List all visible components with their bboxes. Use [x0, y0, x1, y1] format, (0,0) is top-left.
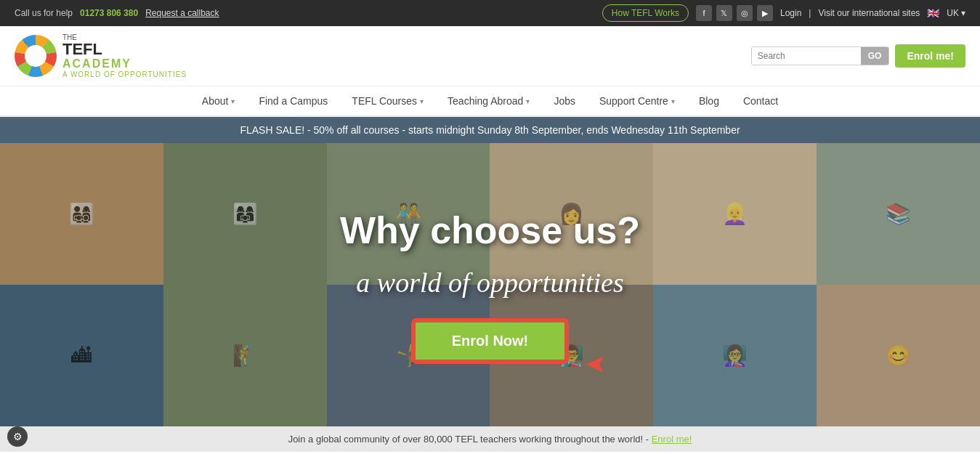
logo-tefl: TEFL — [62, 41, 187, 57]
flash-sale-text: FLASH SALE! - 50% off all courses - star… — [240, 124, 740, 136]
top-bar: Call us for help 01273 806 380 Request a… — [0, 0, 980, 26]
logo-circle-inner — [25, 45, 46, 67]
logo-circle-icon — [15, 35, 57, 77]
nav-item-teaching-abroad[interactable]: Teaching Abroad ▾ — [437, 86, 540, 115]
social-icons: f 𝕏 ◎ ▶ — [696, 5, 773, 21]
how-tefl-button[interactable]: How TEFL Works — [602, 4, 689, 22]
login-link[interactable]: Login — [780, 8, 801, 18]
bottom-bar-text: Join a global community of over 80,000 T… — [288, 434, 649, 445]
nav-item-jobs[interactable]: Jobs — [543, 86, 586, 115]
country-selector[interactable]: UK ▾ — [947, 8, 965, 18]
search-go-button[interactable]: GO — [861, 47, 889, 65]
header: THE TEFL ACADEMY A WORLD OF OPPORTUNITIE… — [0, 26, 980, 86]
chevron-down-icon: ▾ — [526, 97, 530, 105]
chevron-down-icon: ▾ — [231, 97, 235, 105]
top-bar-left: Call us for help 01273 806 380 Request a… — [15, 8, 219, 18]
logo-text: THE TEFL ACADEMY A WORLD OF OPPORTUNITIE… — [62, 33, 187, 78]
bottom-bar: Join a global community of over 80,000 T… — [0, 426, 980, 452]
hero-title: Why choose us? — [340, 208, 640, 252]
help-text: Call us for help — [15, 8, 73, 18]
enrol-now-button[interactable]: Enrol Now! — [413, 320, 567, 362]
flash-sale-bar: FLASH SALE! - 50% off all courses - star… — [0, 117, 980, 143]
nav-item-find-campus[interactable]: Find a Campus — [248, 86, 338, 115]
navigation: About ▾ Find a Campus TEFL Courses ▾ Tea… — [0, 86, 980, 117]
top-bar-right: How TEFL Works f 𝕏 ◎ ▶ Login | Visit our… — [602, 4, 965, 22]
nav-item-about[interactable]: About ▾ — [192, 86, 246, 115]
logo-tagline: A WORLD OF OPPORTUNITIES — [62, 70, 187, 78]
youtube-icon[interactable]: ▶ — [757, 5, 773, 21]
settings-icon[interactable]: ⚙ — [7, 426, 28, 447]
nav-item-blog[interactable]: Blog — [689, 86, 729, 115]
arrow-indicator: ➤ — [585, 349, 607, 379]
header-right: GO Enrol me! — [751, 44, 965, 68]
bottom-bar-enrol-link[interactable]: Enrol me! — [652, 434, 692, 445]
chevron-down-icon: ▾ — [961, 8, 965, 18]
logo-academy: ACADEMY — [62, 57, 187, 70]
separator: | — [809, 8, 811, 18]
search-input[interactable] — [752, 47, 861, 65]
nav-item-support-centre[interactable]: Support Centre ▾ — [589, 86, 685, 115]
twitter-icon[interactable]: 𝕏 — [716, 5, 732, 21]
search-bar: GO — [751, 46, 890, 65]
logo[interactable]: THE TEFL ACADEMY A WORLD OF OPPORTUNITIE… — [15, 33, 187, 78]
chevron-down-icon: ▾ — [671, 97, 675, 105]
nav-item-tefl-courses[interactable]: TEFL Courses ▾ — [341, 86, 434, 115]
nav-item-contact[interactable]: Contact — [733, 86, 788, 115]
phone-number[interactable]: 01273 806 380 — [80, 8, 138, 18]
callback-link[interactable]: Request a callback — [145, 8, 219, 18]
instagram-icon[interactable]: ◎ — [737, 5, 753, 21]
flag-icon: 🇬🇧 — [927, 7, 939, 19]
visit-international-link[interactable]: Visit our international sites — [818, 8, 920, 18]
facebook-icon[interactable]: f — [696, 5, 712, 21]
hero-subtitle: a world of opportunities — [356, 267, 623, 299]
hero-section: 👨‍👩‍👧‍👦 👩‍👩‍👧 🧑‍🤝‍🧑 👩 👱‍♀️ 📚 🏙 🧗 🤸 👨‍🏫 👩… — [0, 143, 980, 426]
enrol-header-button[interactable]: Enrol me! — [895, 44, 965, 68]
hero-overlay: Why choose us? a world of opportunities … — [0, 143, 980, 426]
chevron-down-icon: ▾ — [420, 97, 424, 105]
